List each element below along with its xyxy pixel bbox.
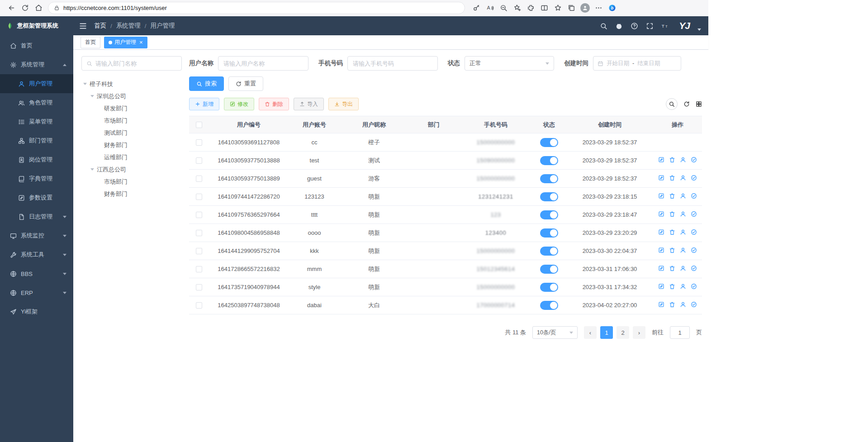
- row-checkbox[interactable]: [196, 176, 202, 182]
- tree-node[interactable]: 财务部门: [81, 188, 182, 200]
- font-size-icon[interactable]: TT: [661, 22, 669, 30]
- address-bar[interactable]: https://ccnetcore.com:1101/system/user: [48, 2, 465, 14]
- tree-node[interactable]: 市场部门: [81, 114, 182, 127]
- edit-icon[interactable]: [658, 175, 664, 181]
- assign-role-icon[interactable]: [691, 229, 697, 235]
- password-key-icon[interactable]: [470, 1, 483, 15]
- reset-password-icon[interactable]: [680, 229, 686, 235]
- reset-password-icon[interactable]: [680, 157, 686, 163]
- tree-node[interactable]: 深圳总公司: [81, 90, 182, 102]
- edit-icon[interactable]: [658, 247, 664, 253]
- edit-button[interactable]: 修改: [224, 98, 254, 110]
- copilot-icon[interactable]: b: [605, 1, 619, 15]
- sidebar-item-yi-framework[interactable]: Yi框架: [0, 302, 73, 321]
- table-row[interactable]: 1641098004586958848 oooo 萌新 123400 2023-…: [189, 224, 702, 242]
- favorites-add-icon[interactable]: [510, 1, 524, 15]
- reset-password-icon[interactable]: [680, 211, 686, 217]
- sidebar-item-bbs[interactable]: BBS: [0, 264, 73, 283]
- github-icon[interactable]: [615, 22, 623, 30]
- delete-icon[interactable]: [669, 283, 675, 290]
- tree-node[interactable]: 橙子科技: [81, 78, 182, 90]
- assign-role-icon[interactable]: [691, 301, 697, 308]
- sidebar-item-posts[interactable]: 岗位管理: [0, 150, 73, 169]
- search-icon[interactable]: [600, 22, 607, 30]
- status-select[interactable]: 正常: [465, 56, 554, 71]
- browser-home-icon[interactable]: [32, 1, 45, 15]
- table-row[interactable]: 1641097441472286720 123123 萌新 1231241231…: [189, 188, 702, 206]
- table-row[interactable]: 1641030593775013889 guest 游客 15000000000…: [189, 170, 702, 188]
- department-search-input[interactable]: [95, 60, 177, 67]
- delete-icon[interactable]: [669, 157, 675, 163]
- assign-role-icon[interactable]: [691, 193, 697, 199]
- caret-down-icon[interactable]: [83, 83, 87, 85]
- sidebar-item-system[interactable]: 系统管理: [0, 55, 73, 74]
- sidebar-item-monitor[interactable]: 系统监控: [0, 226, 73, 245]
- status-toggle[interactable]: [540, 228, 558, 238]
- page-button-1[interactable]: 1: [600, 326, 613, 339]
- delete-icon[interactable]: [669, 175, 675, 181]
- delete-icon[interactable]: [669, 247, 675, 253]
- edit-icon[interactable]: [658, 283, 664, 290]
- edit-icon[interactable]: [658, 265, 664, 271]
- next-page-button[interactable]: ›: [633, 326, 645, 339]
- delete-button[interactable]: 删除: [259, 98, 289, 110]
- sidebar-item-home[interactable]: 首页: [0, 36, 73, 55]
- reset-password-icon[interactable]: [680, 247, 686, 253]
- tab-close-icon[interactable]: ×: [139, 39, 143, 45]
- table-row[interactable]: 1641441299095752704 kkk 萌新 15000000000 2…: [189, 242, 702, 260]
- help-icon[interactable]: [631, 22, 638, 30]
- split-screen-icon[interactable]: [537, 1, 551, 15]
- assign-role-icon[interactable]: [691, 211, 697, 217]
- browser-menu-icon[interactable]: [592, 1, 605, 15]
- import-button[interactable]: 导入: [294, 98, 324, 110]
- sidebar-item-dictionary[interactable]: 字典管理: [0, 169, 73, 188]
- reset-password-icon[interactable]: [680, 265, 686, 271]
- refresh-table-icon[interactable]: [683, 101, 690, 107]
- reset-password-icon[interactable]: [680, 193, 686, 199]
- tab-home[interactable]: 首页: [81, 37, 100, 48]
- collections-icon[interactable]: [564, 1, 578, 15]
- table-row[interactable]: 1641030593775013888 test 测试 15090000000 …: [189, 152, 702, 170]
- reset-password-icon[interactable]: [680, 283, 686, 290]
- status-toggle[interactable]: [540, 301, 558, 310]
- toggle-search-button[interactable]: [666, 98, 678, 110]
- sidebar-item-users[interactable]: 用户管理: [0, 74, 73, 93]
- row-checkbox[interactable]: [196, 302, 202, 309]
- username-input[interactable]: [218, 56, 308, 71]
- add-button[interactable]: 新增: [189, 98, 219, 110]
- sidebar-item-erp[interactable]: ERP: [0, 283, 73, 302]
- reset-password-icon[interactable]: [680, 175, 686, 181]
- edit-icon[interactable]: [658, 229, 664, 235]
- table-row[interactable]: 1641030593691127808 cc 橙子 15000000000 20…: [189, 133, 702, 152]
- reset-password-icon[interactable]: [680, 301, 686, 308]
- url-text[interactable]: https://ccnetcore.com:1101/system/user: [63, 5, 167, 11]
- row-checkbox[interactable]: [196, 266, 202, 272]
- assign-role-icon[interactable]: [691, 157, 697, 163]
- sidebar-item-departments[interactable]: 部门管理: [0, 131, 73, 150]
- delete-icon[interactable]: [669, 211, 675, 217]
- breadcrumb-system[interactable]: 系统管理: [116, 22, 141, 30]
- tab-user-management[interactable]: 用户管理 ×: [104, 37, 147, 48]
- row-checkbox[interactable]: [196, 248, 202, 254]
- row-checkbox[interactable]: [196, 157, 202, 164]
- status-toggle[interactable]: [540, 247, 558, 256]
- row-checkbox[interactable]: [196, 212, 202, 218]
- date-range-picker[interactable]: 开始日期 - 结束日期: [593, 56, 681, 71]
- assign-role-icon[interactable]: [691, 175, 697, 181]
- sidebar-item-roles[interactable]: 角色管理: [0, 93, 73, 112]
- status-toggle[interactable]: [540, 156, 558, 165]
- tree-node[interactable]: 研发部门: [81, 102, 182, 114]
- user-avatar-logo[interactable]: YJ: [679, 20, 690, 31]
- table-row[interactable]: 1642503897748738048 dabai 大白 17000000714…: [189, 296, 702, 314]
- sidebar-item-tools[interactable]: 系统工具: [0, 245, 73, 264]
- row-checkbox[interactable]: [196, 139, 202, 146]
- edit-icon[interactable]: [658, 193, 664, 199]
- select-all-checkbox[interactable]: [196, 122, 202, 128]
- status-toggle[interactable]: [540, 192, 558, 201]
- table-row[interactable]: 1641097576365297664 tttt 萌新 123 2023-03-…: [189, 206, 702, 224]
- table-row[interactable]: 1641735719040978944 style 萌新 15000000000…: [189, 278, 702, 296]
- prev-page-button[interactable]: ‹: [584, 326, 597, 339]
- zoom-icon[interactable]: [497, 1, 510, 15]
- columns-grid-icon[interactable]: [696, 101, 702, 107]
- extensions-icon[interactable]: [524, 1, 537, 15]
